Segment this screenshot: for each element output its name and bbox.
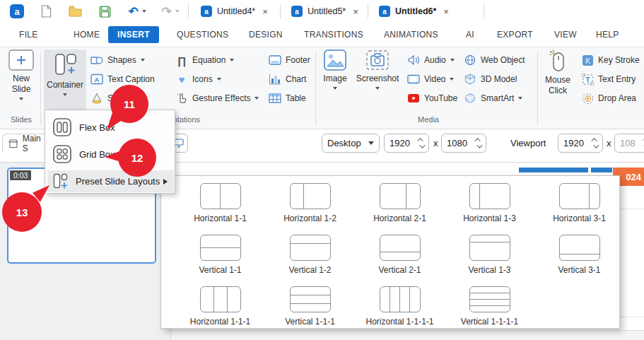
layout-item-label: Vertical 3-1 [558,265,600,275]
layout-item[interactable]: Horizontal 3-1 [534,182,624,233]
layout-item[interactable]: Vertical 1-1 [175,233,265,285]
layout-preview-icon [200,183,241,209]
layout-item[interactable]: Horizontal 1-1-1 [175,285,265,336]
layout-item-label: Horizontal 1-1-1 [190,317,250,327]
youtube-button[interactable]: YouTube [407,90,457,107]
close-tab-icon[interactable]: × [443,6,449,17]
equation-button[interactable]: ∏ Equation [175,52,234,69]
web-object-button[interactable]: Web Object [464,52,525,69]
viewport-width-value: 1920 [563,138,584,148]
new-document-button[interactable] [40,4,52,19]
tab-questions[interactable]: QUESTIONS [177,30,228,40]
grid-box-icon [53,145,71,163]
audio-button[interactable]: Audio [407,52,455,69]
tab-animations[interactable]: ANIMATIONS [384,30,438,40]
mouse-icon [549,49,566,72]
tab-file[interactable]: FILE [19,30,38,40]
footer-button[interactable]: Footer [269,52,310,69]
icons-label: Icons [192,74,213,84]
app-logo-icon: a [10,4,24,19]
image-label: Image [323,74,346,84]
slide-width-spinner[interactable]: 1920 [384,134,429,153]
document-tab-untitled5[interactable]: a Untitled5* × [291,3,358,20]
layout-item[interactable]: Horizontal 1-3 [445,182,534,233]
chart-button[interactable]: Chart [269,71,306,88]
new-slide-button[interactable]: New Slide [4,49,38,100]
layout-item-label: Horizontal 1-1 [194,213,247,223]
screenshot-button[interactable]: Screenshot [353,49,402,90]
video-button[interactable]: Video [407,71,454,88]
spinner-arrows[interactable] [476,138,481,148]
tab-ai[interactable]: AI [466,30,474,40]
layout-item[interactable]: Vertical 3-1 [534,233,624,285]
layout-item-label: Horizontal 3-1 [553,213,606,223]
dropdown-caret-icon [375,87,380,90]
slide-duration-badge: 0:03 [10,170,31,180]
screenshot-icon [365,49,390,71]
close-tab-icon[interactable]: × [353,6,358,17]
smartart-button[interactable]: SmartArt [464,90,522,107]
image-button[interactable]: Image [320,49,351,90]
tab-transitions[interactable]: TRANSITIONS [304,30,363,40]
screenshot-label: Screenshot [356,74,399,84]
svg-text:A: A [95,76,100,83]
container-button[interactable]: Container [44,49,86,110]
document-tab-untitled6[interactable]: a Untitled6* × [379,3,449,20]
viewport-times-label: x [607,138,611,148]
layout-item-label: Horizontal 1-3 [463,213,516,223]
close-tab-icon[interactable]: × [262,6,268,17]
spinner-arrows[interactable] [419,138,423,148]
key-stroke-label: Key Stroke [598,55,640,65]
save-button[interactable] [98,4,111,19]
text-caption-button[interactable]: A Text Caption [90,71,155,88]
annotation-badge-11: 11 [110,85,148,123]
layout-item[interactable]: Horizontal 1-2 [265,182,355,233]
layout-item[interactable]: Horizontal 2-1 [355,182,445,233]
group-separator [537,51,538,126]
annotation-badge-12: 12 [118,139,156,177]
tab-help[interactable]: HELP [596,30,619,40]
audio-icon [407,54,420,66]
equation-label: Equation [192,55,226,65]
layout-item[interactable]: Vertical 1-1-1 [265,285,355,336]
table-button[interactable]: Table [269,90,306,107]
tab-design[interactable]: DESIGN [249,30,283,40]
layout-item[interactable]: Vertical 1-2 [265,233,355,285]
key-stroke-button[interactable]: K Key Stroke [581,52,640,69]
dropdown-caret-icon [450,59,455,61]
viewport-height-spinner[interactable]: 108 [614,134,644,153]
svg-text:K: K [585,57,590,64]
gesture-effects-button[interactable]: Gesture Effects [175,90,259,107]
layout-item[interactable]: Vertical 1-3 [445,233,534,285]
device-select[interactable]: Desktop [322,134,380,153]
text-entry-label: Text Entry [598,74,636,84]
tab-view[interactable]: VIEW [554,30,577,40]
spinner-arrows[interactable] [593,138,597,148]
layout-item[interactable]: Horizontal 1-1 [175,182,265,233]
viewport-width-spinner[interactable]: 1920 [558,134,603,153]
layout-item[interactable]: Vertical 1-1-1-1 [445,285,534,336]
undo-button[interactable]: ↶ [127,4,148,19]
select-caret-icon [368,141,374,145]
open-button[interactable] [68,4,82,19]
spotlight-icon [90,92,103,105]
layout-preview-icon [290,286,331,312]
menu-item-preset-slide-layouts[interactable]: Preset Slide Layouts [47,170,174,192]
drop-area-button[interactable]: Drop Area [581,90,636,107]
slide-height-spinner[interactable]: 1080 [441,134,486,153]
tab-insert[interactable]: INSERT [108,26,159,43]
icons-button[interactable]: ♥ Icons [175,71,221,88]
shapes-button[interactable]: Shapes [90,52,145,69]
layout-item[interactable]: Horizontal 1-1-1-1 [355,285,445,336]
mouse-click-button[interactable]: Mouse Click [540,49,575,96]
text-entry-button[interactable]: T Text Entry [581,71,636,88]
tab-export[interactable]: EXPORT [497,30,533,40]
document-tab-label: Untitled5* [308,6,346,16]
redo-button[interactable]: ↷ [160,4,181,19]
3d-model-button[interactable]: 3D Model [464,71,517,88]
layout-item[interactable]: Vertical 2-1 [355,233,445,285]
smartart-label: SmartArt [481,93,514,103]
document-tab-untitled4[interactable]: a Untitled4* × [201,3,268,20]
open-folder-icon [69,6,82,17]
tab-home[interactable]: HOME [74,30,100,40]
